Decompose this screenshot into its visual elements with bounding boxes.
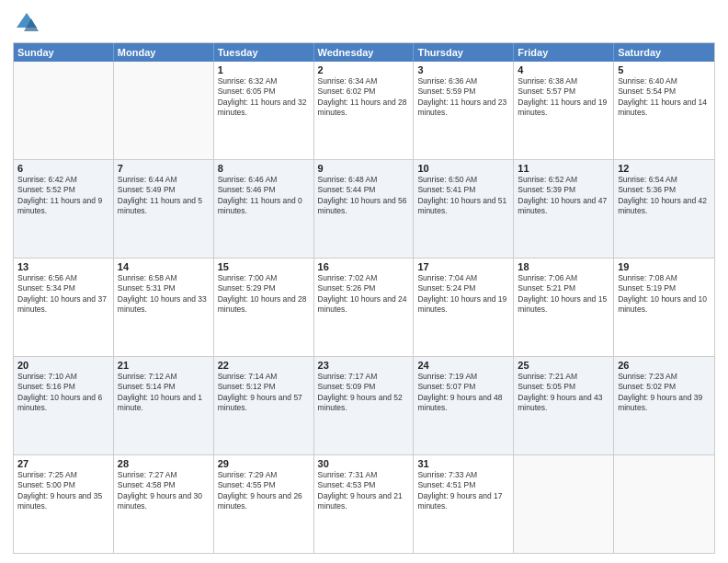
day-number: 26: [618, 360, 711, 371]
day-number: 8: [218, 163, 310, 174]
day-content: Sunrise: 6:44 AM Sunset: 5:49 PM Dayligh…: [118, 175, 210, 217]
day-number: 5: [618, 64, 711, 75]
logo: [13, 9, 44, 37]
day-cell-30: 30Sunrise: 7:31 AM Sunset: 4:53 PM Dayli…: [314, 455, 415, 553]
day-number: 20: [17, 360, 109, 371]
day-number: 29: [218, 458, 310, 469]
day-content: Sunrise: 7:23 AM Sunset: 5:02 PM Dayligh…: [618, 372, 711, 414]
day-number: 22: [218, 360, 310, 371]
day-content: Sunrise: 7:27 AM Sunset: 4:58 PM Dayligh…: [118, 470, 210, 512]
day-content: Sunrise: 7:06 AM Sunset: 5:21 PM Dayligh…: [518, 273, 609, 316]
day-cell-24: 24Sunrise: 7:19 AM Sunset: 5:07 PM Dayli…: [414, 357, 514, 454]
page: SundayMondayTuesdayWednesdayThursdayFrid…: [0, 0, 728, 563]
day-number: 7: [118, 163, 210, 174]
day-content: Sunrise: 6:42 AM Sunset: 5:52 PM Dayligh…: [17, 175, 109, 217]
header-day-sunday: Sunday: [14, 43, 114, 62]
day-cell-17: 17Sunrise: 7:04 AM Sunset: 5:24 PM Dayli…: [414, 259, 514, 356]
calendar: SundayMondayTuesdayWednesdayThursdayFrid…: [13, 42, 715, 554]
empty-cell: [514, 455, 614, 553]
day-number: 15: [218, 261, 310, 272]
day-number: 12: [618, 163, 711, 174]
logo-icon: [13, 9, 40, 37]
day-cell-6: 6Sunrise: 6:42 AM Sunset: 5:52 PM Daylig…: [14, 160, 114, 258]
day-cell-13: 13Sunrise: 6:56 AM Sunset: 5:34 PM Dayli…: [14, 259, 114, 356]
day-content: Sunrise: 6:36 AM Sunset: 5:59 PM Dayligh…: [417, 76, 509, 119]
calendar-row-4: 20Sunrise: 7:10 AM Sunset: 5:16 PM Dayli…: [14, 356, 714, 454]
day-number: 10: [417, 163, 509, 174]
day-cell-15: 15Sunrise: 7:00 AM Sunset: 5:29 PM Dayli…: [214, 259, 314, 356]
day-content: Sunrise: 6:54 AM Sunset: 5:36 PM Dayligh…: [618, 175, 711, 217]
day-cell-19: 19Sunrise: 7:08 AM Sunset: 5:19 PM Dayli…: [614, 259, 714, 356]
day-cell-11: 11Sunrise: 6:52 AM Sunset: 5:39 PM Dayli…: [514, 160, 614, 258]
calendar-row-1: 1Sunrise: 6:32 AM Sunset: 6:05 PM Daylig…: [14, 62, 714, 159]
day-content: Sunrise: 7:04 AM Sunset: 5:24 PM Dayligh…: [417, 273, 509, 316]
day-cell-27: 27Sunrise: 7:25 AM Sunset: 5:00 PM Dayli…: [14, 455, 114, 553]
day-cell-23: 23Sunrise: 7:17 AM Sunset: 5:09 PM Dayli…: [314, 357, 415, 454]
day-number: 23: [318, 360, 410, 371]
day-content: Sunrise: 7:17 AM Sunset: 5:09 PM Dayligh…: [318, 372, 410, 414]
day-number: 14: [118, 261, 210, 272]
day-cell-8: 8Sunrise: 6:46 AM Sunset: 5:46 PM Daylig…: [214, 160, 314, 258]
day-content: Sunrise: 7:31 AM Sunset: 4:53 PM Dayligh…: [318, 470, 410, 512]
header-day-thursday: Thursday: [414, 43, 514, 62]
day-number: 30: [318, 458, 410, 469]
day-cell-22: 22Sunrise: 7:14 AM Sunset: 5:12 PM Dayli…: [214, 357, 314, 454]
calendar-header: SundayMondayTuesdayWednesdayThursdayFrid…: [14, 43, 714, 62]
day-content: Sunrise: 7:10 AM Sunset: 5:16 PM Dayligh…: [17, 372, 109, 414]
day-content: Sunrise: 7:02 AM Sunset: 5:26 PM Dayligh…: [318, 273, 410, 316]
day-number: 28: [118, 458, 210, 469]
day-cell-26: 26Sunrise: 7:23 AM Sunset: 5:02 PM Dayli…: [614, 357, 714, 454]
day-content: Sunrise: 6:58 AM Sunset: 5:31 PM Dayligh…: [118, 273, 210, 316]
day-cell-3: 3Sunrise: 6:36 AM Sunset: 5:59 PM Daylig…: [414, 62, 514, 159]
empty-cell: [614, 455, 714, 553]
calendar-row-5: 27Sunrise: 7:25 AM Sunset: 5:00 PM Dayli…: [14, 454, 714, 553]
header-day-monday: Monday: [114, 43, 214, 62]
day-content: Sunrise: 6:38 AM Sunset: 5:57 PM Dayligh…: [518, 76, 609, 119]
day-content: Sunrise: 6:46 AM Sunset: 5:46 PM Dayligh…: [218, 175, 310, 217]
day-content: Sunrise: 6:32 AM Sunset: 6:05 PM Dayligh…: [218, 76, 310, 119]
day-content: Sunrise: 7:19 AM Sunset: 5:07 PM Dayligh…: [417, 372, 509, 414]
calendar-body: 1Sunrise: 6:32 AM Sunset: 6:05 PM Daylig…: [14, 62, 714, 553]
day-cell-28: 28Sunrise: 7:27 AM Sunset: 4:58 PM Dayli…: [114, 455, 214, 553]
day-number: 1: [218, 64, 310, 75]
day-cell-2: 2Sunrise: 6:34 AM Sunset: 6:02 PM Daylig…: [314, 62, 415, 159]
header-day-tuesday: Tuesday: [214, 43, 314, 62]
day-cell-29: 29Sunrise: 7:29 AM Sunset: 4:55 PM Dayli…: [214, 455, 314, 553]
day-cell-31: 31Sunrise: 7:33 AM Sunset: 4:51 PM Dayli…: [414, 455, 514, 553]
day-content: Sunrise: 6:52 AM Sunset: 5:39 PM Dayligh…: [518, 175, 609, 217]
day-content: Sunrise: 6:34 AM Sunset: 6:02 PM Dayligh…: [318, 76, 410, 119]
day-content: Sunrise: 6:48 AM Sunset: 5:44 PM Dayligh…: [318, 175, 410, 217]
day-cell-1: 1Sunrise: 6:32 AM Sunset: 6:05 PM Daylig…: [214, 62, 314, 159]
day-content: Sunrise: 6:50 AM Sunset: 5:41 PM Dayligh…: [417, 175, 509, 217]
day-number: 17: [417, 261, 509, 272]
day-content: Sunrise: 7:29 AM Sunset: 4:55 PM Dayligh…: [218, 470, 310, 512]
day-number: 6: [17, 163, 109, 174]
day-cell-7: 7Sunrise: 6:44 AM Sunset: 5:49 PM Daylig…: [114, 160, 214, 258]
header-day-saturday: Saturday: [614, 43, 714, 62]
day-number: 19: [618, 261, 711, 272]
day-cell-5: 5Sunrise: 6:40 AM Sunset: 5:54 PM Daylig…: [614, 62, 714, 159]
empty-cell: [14, 62, 114, 159]
day-cell-25: 25Sunrise: 7:21 AM Sunset: 5:05 PM Dayli…: [514, 357, 614, 454]
day-number: 16: [318, 261, 410, 272]
day-number: 24: [417, 360, 509, 371]
day-cell-14: 14Sunrise: 6:58 AM Sunset: 5:31 PM Dayli…: [114, 259, 214, 356]
header: [13, 9, 715, 37]
day-content: Sunrise: 7:00 AM Sunset: 5:29 PM Dayligh…: [218, 273, 310, 316]
day-content: Sunrise: 7:12 AM Sunset: 5:14 PM Dayligh…: [118, 372, 210, 414]
day-cell-10: 10Sunrise: 6:50 AM Sunset: 5:41 PM Dayli…: [414, 160, 514, 258]
day-content: Sunrise: 7:33 AM Sunset: 4:51 PM Dayligh…: [417, 470, 509, 512]
header-day-friday: Friday: [514, 43, 614, 62]
day-cell-4: 4Sunrise: 6:38 AM Sunset: 5:57 PM Daylig…: [514, 62, 614, 159]
day-content: Sunrise: 7:25 AM Sunset: 5:00 PM Dayligh…: [17, 470, 109, 512]
day-number: 11: [518, 163, 609, 174]
day-cell-12: 12Sunrise: 6:54 AM Sunset: 5:36 PM Dayli…: [614, 160, 714, 258]
day-cell-21: 21Sunrise: 7:12 AM Sunset: 5:14 PM Dayli…: [114, 357, 214, 454]
day-number: 21: [118, 360, 210, 371]
day-content: Sunrise: 6:56 AM Sunset: 5:34 PM Dayligh…: [17, 273, 109, 316]
day-cell-20: 20Sunrise: 7:10 AM Sunset: 5:16 PM Dayli…: [14, 357, 114, 454]
day-content: Sunrise: 7:21 AM Sunset: 5:05 PM Dayligh…: [518, 372, 609, 414]
day-content: Sunrise: 7:14 AM Sunset: 5:12 PM Dayligh…: [218, 372, 310, 414]
day-cell-16: 16Sunrise: 7:02 AM Sunset: 5:26 PM Dayli…: [314, 259, 415, 356]
calendar-row-2: 6Sunrise: 6:42 AM Sunset: 5:52 PM Daylig…: [14, 159, 714, 258]
